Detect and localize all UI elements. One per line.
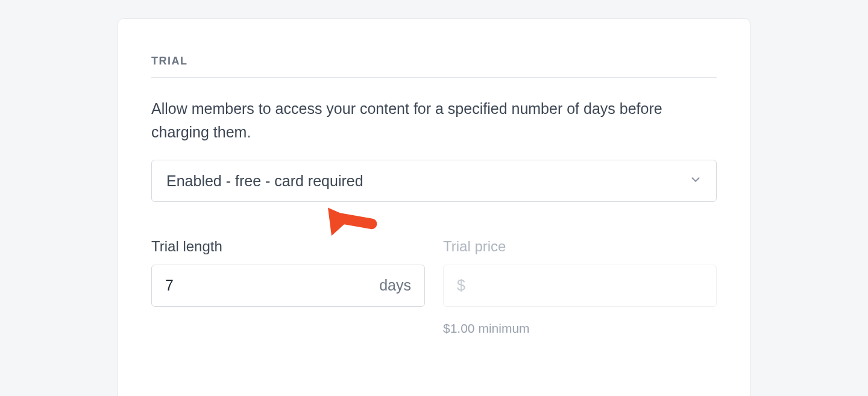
trial-settings-card: TRIAL Allow members to access your conte…	[118, 18, 750, 396]
trial-price-field: Trial price $ $1.00 minimum	[443, 238, 717, 336]
trial-length-label: Trial length	[151, 238, 425, 255]
trial-fields-row: Trial length days Trial price $ $1.00 mi…	[151, 238, 717, 336]
trial-price-input[interactable]	[470, 265, 703, 306]
trial-mode-select[interactable]: Enabled - free - card required	[151, 160, 717, 202]
trial-mode-select-wrap: Enabled - free - card required	[151, 160, 717, 202]
trial-price-label: Trial price	[443, 238, 717, 255]
section-title: TRIAL	[151, 55, 717, 78]
trial-length-unit: days	[379, 277, 411, 294]
section-description: Allow members to access your content for…	[151, 97, 717, 144]
svg-marker-1	[320, 200, 353, 236]
currency-symbol: $	[457, 277, 465, 294]
trial-price-hint: $1.00 minimum	[443, 321, 717, 336]
trial-length-field: Trial length days	[151, 238, 425, 336]
trial-price-input-group: $	[443, 265, 717, 307]
svg-line-0	[335, 202, 371, 239]
trial-length-input[interactable]	[165, 265, 374, 306]
trial-length-input-group: days	[151, 265, 425, 307]
